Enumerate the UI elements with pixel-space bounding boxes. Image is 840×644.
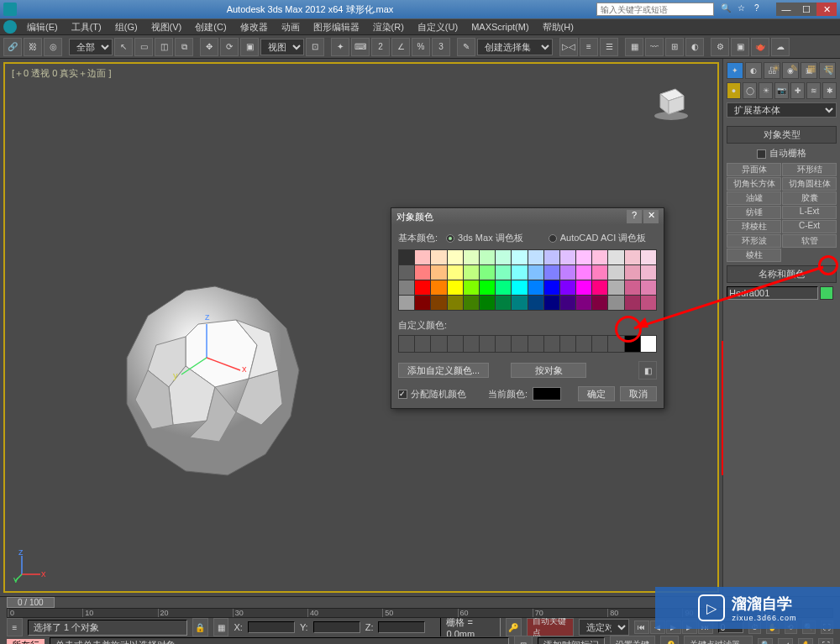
menu-customize[interactable]: 自定义(U) (411, 19, 465, 35)
palette-swatch[interactable] (560, 296, 575, 310)
space-warps-icon[interactable]: ≋ (806, 82, 821, 99)
material-editor-icon[interactable]: ◐ (685, 38, 704, 56)
palette-swatch[interactable] (560, 280, 575, 295)
manipulate-icon[interactable]: ✦ (331, 38, 349, 56)
by-object-button[interactable]: 按对象 (511, 363, 586, 378)
palette-swatch[interactable] (528, 296, 543, 310)
custom-swatch-white[interactable] (641, 336, 656, 352)
menu-maxscript[interactable]: MAXScript(M) (465, 20, 535, 34)
palette-swatch[interactable] (576, 280, 591, 295)
close-button[interactable]: ✕ (816, 3, 837, 16)
custom-swatch[interactable] (592, 336, 607, 352)
menu-tools[interactable]: 工具(T) (65, 19, 108, 35)
create-tab-icon[interactable]: ✦ (727, 62, 743, 79)
selection-filter-dropdown[interactable]: 全部 (69, 39, 113, 55)
radio-autocad[interactable]: AutoCAD ACI 调色板 (549, 232, 647, 244)
palette-swatch[interactable] (480, 280, 495, 295)
config-icon[interactable]: ▤ (822, 60, 837, 76)
goto-start-icon[interactable]: ⏮ (634, 620, 649, 634)
custom-swatch[interactable] (431, 336, 446, 352)
select-icon[interactable]: ↖ (114, 38, 133, 56)
obj-btn-oiltank[interactable]: 油罐 (727, 191, 781, 205)
current-color-swatch[interactable] (533, 387, 561, 401)
key-big-icon[interactable]: 🔑 (660, 636, 679, 644)
palette-swatch[interactable] (592, 296, 607, 310)
radio-3dsmax[interactable]: 3ds Max 调色板 (446, 232, 523, 244)
autokey-button[interactable]: 自动关键点 (527, 618, 574, 636)
custom-swatch[interactable] (480, 336, 495, 352)
palette-swatch[interactable] (431, 250, 446, 264)
palette-swatch[interactable] (576, 296, 591, 310)
palette-swatch[interactable] (464, 280, 479, 295)
systems-icon[interactable]: ✱ (822, 82, 837, 99)
palette-swatch[interactable] (641, 250, 656, 264)
light-icon[interactable]: ☀ (769, 60, 784, 76)
setkey-button[interactable]: 设置关键 (610, 636, 655, 644)
align-icon[interactable]: ≡ (580, 38, 598, 56)
custom-swatch[interactable] (448, 336, 463, 352)
menu-group[interactable]: 组(G) (108, 19, 144, 35)
palette-swatch[interactable] (641, 280, 656, 295)
palette-swatch[interactable] (512, 296, 527, 310)
time-slider-thumb[interactable]: 0 / 100 (7, 597, 55, 608)
app-menu-button[interactable] (3, 20, 17, 34)
custom-swatch[interactable] (512, 336, 527, 352)
scale-icon[interactable]: ▣ (240, 38, 259, 56)
palette-swatch[interactable] (399, 265, 414, 280)
paint-icon[interactable]: ✎ (786, 60, 801, 76)
obj-btn-ringwave[interactable]: 环形波 (727, 234, 781, 248)
palette-swatch[interactable] (560, 250, 575, 264)
mirror-icon[interactable]: ▷◁ (559, 38, 578, 56)
palette-swatch[interactable] (528, 280, 543, 295)
signin-icon[interactable]: ☆ (738, 3, 749, 15)
palette-swatch[interactable] (641, 265, 656, 280)
palette-swatch[interactable] (480, 265, 495, 280)
palette-swatch[interactable] (625, 250, 640, 264)
help-icon[interactable]: ? (754, 3, 766, 15)
palette-swatch[interactable] (464, 296, 479, 310)
minimize-button[interactable]: — (776, 3, 796, 16)
obj-btn-chamfercyl[interactable]: 切角圆柱体 (782, 177, 837, 191)
shapes-icon[interactable]: ◯ (743, 82, 757, 99)
palette-swatch[interactable] (625, 265, 640, 280)
menu-modifiers[interactable]: 修改器 (234, 19, 275, 35)
ok-button[interactable]: 确定 (578, 386, 615, 401)
object-color-swatch[interactable] (820, 286, 833, 300)
palette-swatch[interactable] (448, 250, 463, 264)
palette-swatch[interactable] (576, 250, 591, 264)
palette-swatch[interactable] (528, 265, 543, 280)
palette-swatch[interactable] (448, 296, 463, 310)
name-color-header[interactable]: 名称和颜色 (727, 265, 837, 283)
curve-editor-icon[interactable]: 〰 (645, 38, 664, 56)
obj-btn-spindle[interactable]: 纺锤 (727, 206, 781, 219)
custom-swatch[interactable] (399, 336, 414, 352)
lock-selection-icon[interactable]: 🔒 (192, 618, 208, 636)
layers-icon[interactable]: ☰ (600, 38, 618, 56)
hedra-object[interactable]: z x y (106, 278, 324, 496)
move-icon[interactable]: ✥ (200, 38, 218, 56)
custom-swatch[interactable] (464, 336, 479, 352)
named-selection-dropdown[interactable]: 创建选择集 (477, 39, 553, 55)
custom-swatch[interactable] (496, 336, 511, 352)
palette-swatch[interactable] (496, 280, 511, 295)
key-filter-dropdown[interactable]: 选定对象 (579, 619, 629, 636)
refcoord-dropdown[interactable]: 视图 (260, 39, 304, 55)
palette-swatch[interactable] (464, 265, 479, 280)
palette-swatch[interactable] (608, 250, 623, 264)
palette-swatch[interactable] (431, 265, 446, 280)
palette-swatch[interactable] (415, 250, 430, 264)
palette-swatch[interactable] (415, 265, 430, 280)
custom-swatch[interactable] (415, 336, 430, 352)
z-input[interactable] (378, 621, 425, 633)
palette-swatch[interactable] (608, 296, 623, 310)
custom-swatch[interactable] (544, 336, 559, 352)
palette-swatch[interactable] (496, 250, 511, 264)
obj-btn-cext[interactable]: C-Ext (782, 220, 837, 233)
palette-swatch[interactable] (431, 296, 446, 310)
lights-icon[interactable]: ☀ (759, 82, 773, 99)
palette-swatch[interactable] (496, 265, 511, 280)
snap-percent-icon[interactable]: % (412, 38, 430, 56)
obj-btn-torusknot[interactable]: 环形结 (782, 163, 837, 176)
obj-btn-hose[interactable]: 软管 (782, 234, 837, 248)
palette-swatch[interactable] (448, 265, 463, 280)
